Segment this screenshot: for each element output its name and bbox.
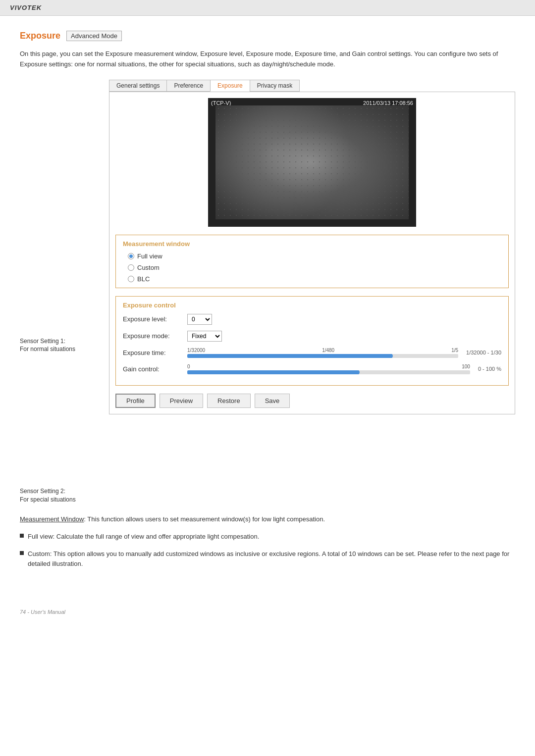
right-panel: General settings Preference Exposure Pri… [109, 80, 515, 504]
bullet-icon-1 [20, 534, 24, 538]
page-title: Exposure [20, 31, 60, 41]
nav-tabs: General settings Preference Exposure Pri… [109, 80, 515, 92]
radio-blc[interactable] [128, 276, 134, 282]
gain-control-control: 0 100 0 - 100 % [187, 364, 501, 374]
exposure-time-max: 1/5 [451, 348, 458, 353]
footer-mw-desc: : This function allows users to set meas… [84, 515, 325, 523]
gain-control-labels: 0 100 [187, 364, 470, 369]
main-layout: Sensor Setting 1: For normal situations … [20, 80, 515, 504]
main-content: Exposure Advanced Mode On this page, you… [0, 16, 535, 584]
profile-button[interactable]: Profile [115, 394, 156, 408]
tab-privacy-mask[interactable]: Privacy mask [250, 80, 300, 92]
exposure-mode-control: Fixed Auto [187, 331, 501, 342]
left-labels: Sensor Setting 1: For normal situations … [20, 80, 109, 504]
label-blc: BLC [137, 275, 150, 283]
footer-section: Measurement Window: This function allows… [20, 514, 515, 569]
exposure-time-slider-container: 1/32000 1/480 1/5 [187, 348, 458, 358]
label-custom: Custom [137, 264, 160, 271]
exposure-time-label: Exposure time: [123, 349, 182, 356]
bottom-buttons: Profile Preview Restore Save [115, 394, 509, 408]
gain-control-range: 0 - 100 % [478, 366, 501, 372]
top-bar: VIVOTEK [0, 0, 535, 16]
camera-dots-overlay [215, 105, 409, 219]
camera-image [215, 105, 409, 219]
tab-exposure[interactable]: Exposure [210, 80, 250, 92]
gain-control-label: Gain control: [123, 365, 182, 373]
camera-preview: (TCP-V) 2011/03/13 17:08:56 [208, 98, 416, 227]
option-custom[interactable]: Custom [128, 264, 501, 271]
bullet-icon-2 [20, 551, 24, 555]
gain-control-row: Gain control: 0 100 [123, 364, 501, 374]
radio-custom[interactable] [128, 264, 134, 271]
footer-description: Measurement Window: This function allows… [20, 514, 515, 525]
page-description: On this page, you can set the Exposure m… [20, 49, 515, 70]
radio-full-view[interactable] [128, 253, 134, 259]
page-number: 74 - User's Manual [20, 609, 65, 615]
gain-control-slider-container: 0 100 [187, 364, 470, 374]
bullet-text-1: Full view: Calculate the full range of v… [28, 532, 259, 542]
preview-button[interactable]: Preview [160, 394, 203, 408]
exposure-time-track[interactable] [187, 354, 458, 358]
exposure-level-select[interactable]: 0 1 -1 [187, 314, 212, 325]
restore-button[interactable]: Restore [207, 394, 251, 408]
page-footer: 74 - User's Manual [0, 604, 535, 620]
save-button[interactable]: Save [255, 394, 290, 408]
brand-label: VIVOTEK [10, 4, 42, 11]
measurement-window-options: Full view Custom BLC [123, 252, 501, 283]
bullet-text-2: Custom: This option allows you to manual… [28, 549, 515, 570]
exposure-mode-label: Exposure mode: [123, 332, 182, 340]
footer-mw-title: Measurement Window [20, 515, 84, 523]
exposure-time-min: 1/32000 [187, 348, 205, 353]
tab-preference[interactable]: Preference [166, 80, 210, 92]
tab-general-settings[interactable]: General settings [109, 80, 166, 92]
gain-min: 0 [187, 364, 190, 369]
exposure-time-thumb[interactable] [388, 354, 393, 358]
sensor-setting-2-label: Sensor Setting 2: For special situations [20, 487, 109, 504]
exposure-level-row: Exposure level: 0 1 -1 [123, 314, 501, 325]
exposure-time-range: 1/32000 - 1/30 [466, 350, 501, 355]
content-box: (TCP-V) 2011/03/13 17:08:56 Measurement … [109, 92, 515, 414]
exposure-time-labels: 1/32000 1/480 1/5 [187, 348, 458, 353]
option-full-view[interactable]: Full view [128, 252, 501, 260]
exposure-level-label: Exposure level: [123, 315, 182, 323]
sensor-setting-1-label: Sensor Setting 1: For normal situations [20, 337, 109, 354]
gain-control-track[interactable] [187, 370, 470, 374]
exposure-time-control: 1/32000 1/480 1/5 1/32000 - 1/30 [187, 348, 501, 358]
exposure-level-control: 0 1 -1 [187, 314, 501, 325]
gain-control-fill [187, 370, 357, 374]
gain-max: 100 [462, 364, 470, 369]
label-full-view: Full view [137, 252, 162, 260]
exposure-time-row: Exposure time: 1/32000 1/480 1/5 [123, 348, 501, 358]
exposure-mode-row: Exposure mode: Fixed Auto [123, 331, 501, 342]
exposure-time-mid: 1/480 [322, 348, 334, 353]
exposure-mode-select[interactable]: Fixed Auto [187, 331, 222, 342]
advanced-mode-badge[interactable]: Advanced Mode [66, 31, 122, 41]
exposure-control-title: Exposure control [123, 302, 501, 309]
exposure-time-fill [187, 354, 390, 358]
measurement-window-title: Measurement window [123, 240, 501, 248]
gain-control-thumb[interactable] [355, 370, 360, 374]
bullet-custom: Custom: This option allows you to manual… [20, 549, 515, 570]
measurement-window-section: Measurement window Full view Custom B [115, 235, 509, 288]
bullet-full-view: Full view: Calculate the full range of v… [20, 532, 515, 542]
option-blc[interactable]: BLC [128, 275, 501, 283]
page-header: Exposure Advanced Mode [20, 31, 515, 41]
exposure-control-section: Exposure control Exposure level: 0 1 -1 [115, 296, 509, 386]
